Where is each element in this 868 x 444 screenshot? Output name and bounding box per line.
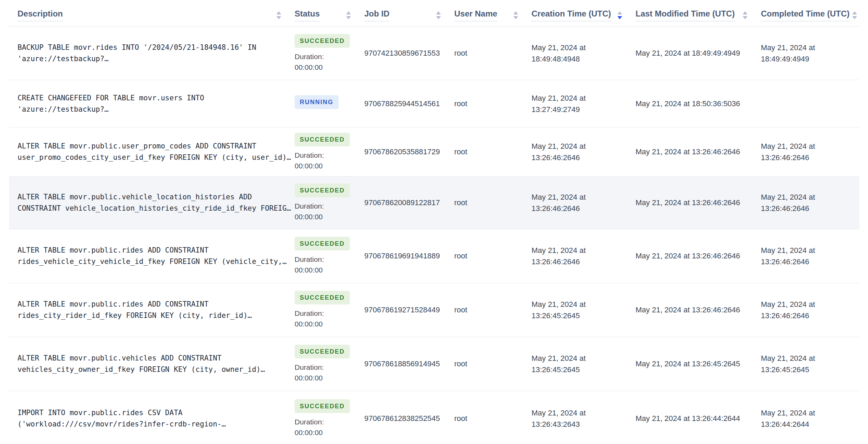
job-id-cell: 970678618856914945 (356, 337, 446, 391)
creation-time-cell: May 21, 2024 at18:49:48:4948 (523, 26, 627, 80)
table-row[interactable]: ALTER TABLE movr.public.vehicle_location… (9, 177, 859, 229)
user-name-cell: root (446, 26, 523, 80)
column-header-completed-time[interactable]: Completed Time (UTC) (752, 0, 859, 26)
status-cell: SUCCEEDED Duration:00:00:00 (286, 177, 356, 229)
column-label: User Name (454, 9, 497, 21)
completed-time-cell: May 21, 2024 at13:26:46:2646 (752, 283, 859, 337)
job-id-cell: 970742130859671553 (356, 26, 446, 80)
last-modified-time-cell: May 21, 2024 at 18:50:36:5036 (627, 80, 752, 127)
user-name-cell: root (446, 177, 523, 229)
creation-time-cell: May 21, 2024 at13:26:46:2646 (523, 127, 627, 177)
job-id-cell: 970678619691941889 (356, 229, 446, 283)
description-cell: ALTER TABLE movr.public.user_promo_codes… (9, 127, 286, 177)
jobs-table: Description Status Job ID User Name Crea… (9, 0, 859, 444)
completed-time-cell: May 21, 2024 at13:26:45:2645 (752, 337, 859, 391)
table-row[interactable]: IMPORT INTO movr.public.rides CSV DATA('… (9, 391, 859, 444)
user-name-cell: root (446, 127, 523, 177)
jobs-table-header: Description Status Job ID User Name Crea… (9, 0, 859, 26)
user-name-cell: root (446, 283, 523, 337)
creation-time-cell: May 21, 2024 at13:26:43:2643 (523, 391, 627, 444)
description-cell: ALTER TABLE movr.public.vehicle_location… (9, 177, 286, 229)
last-modified-time-cell: May 21, 2024 at 13:26:46:2646 (627, 283, 752, 337)
column-header-creation-time[interactable]: Creation Time (UTC) (523, 0, 627, 26)
duration: Duration:00:00:00 (295, 201, 351, 222)
creation-time-cell: May 21, 2024 at13:26:45:2645 (523, 283, 627, 337)
status-cell: SUCCEEDED Duration:00:00:00 (286, 26, 356, 80)
column-label: Creation Time (UTC) (532, 9, 611, 21)
table-row[interactable]: BACKUP TABLE movr.rides INTO '/2024/05/2… (9, 26, 859, 80)
status-badge: SUCCEEDED (295, 291, 350, 304)
status-cell: SUCCEEDED Duration:00:00:00 (286, 127, 356, 177)
status-badge: SUCCEEDED (295, 237, 350, 251)
job-id-cell: 970678612838252545 (356, 391, 446, 444)
description-cell: ALTER TABLE movr.public.rides ADD CONSTR… (9, 229, 286, 283)
description-cell: IMPORT INTO movr.public.rides CSV DATA('… (9, 391, 286, 444)
status-badge: SUCCEEDED (295, 184, 350, 197)
column-header-user-name[interactable]: User Name (446, 0, 523, 26)
column-label: Status (295, 9, 320, 21)
column-header-description[interactable]: Description (9, 0, 286, 26)
table-row[interactable]: ALTER TABLE movr.public.rides ADD CONSTR… (9, 283, 859, 337)
column-label: Description (18, 9, 63, 21)
last-modified-time-cell: May 21, 2024 at 13:26:45:2645 (627, 337, 752, 391)
sort-icon[interactable] (346, 11, 351, 19)
job-id-cell: 970678620535881729 (356, 127, 446, 177)
duration: Duration:00:00:00 (295, 417, 351, 438)
sort-asc-arrow (513, 11, 518, 14)
table-row[interactable]: CREATE CHANGEFEED FOR TABLE movr.users I… (9, 80, 859, 127)
creation-time-cell: May 21, 2024 at13:27:49:2749 (523, 80, 627, 127)
sort-icon-active[interactable] (617, 11, 622, 19)
column-header-job-id[interactable]: Job ID (356, 0, 446, 26)
sort-desc-arrow (743, 16, 747, 19)
status-cell: SUCCEEDED Duration:00:00:00 (286, 229, 356, 283)
completed-time-cell: May 21, 2024 at18:49:49:4949 (752, 26, 859, 80)
completed-time-cell: May 21, 2024 at13:26:46:2646 (752, 177, 859, 229)
column-header-status[interactable]: Status (286, 0, 356, 26)
sort-asc-arrow (436, 11, 441, 14)
user-name-cell: root (446, 337, 523, 391)
sort-icon[interactable] (852, 11, 857, 19)
status-cell: RUNNING (286, 80, 356, 127)
status-badge: SUCCEEDED (295, 34, 350, 48)
table-row[interactable]: ALTER TABLE movr.public.rides ADD CONSTR… (9, 229, 859, 283)
last-modified-time-cell: May 21, 2024 at 13:26:46:2646 (627, 127, 752, 177)
column-label: Completed Time (UTC) (761, 9, 849, 21)
sort-desc-arrow (276, 16, 281, 19)
status-badge: SUCCEEDED (295, 133, 350, 146)
job-id-cell: 970678825944514561 (356, 80, 446, 127)
column-label: Last Modified Time (UTC) (636, 9, 735, 21)
sort-icon[interactable] (513, 11, 518, 19)
description-cell: BACKUP TABLE movr.rides INTO '/2024/05/2… (9, 26, 286, 80)
completed-time-cell (752, 80, 859, 127)
duration: Duration:00:00:00 (295, 362, 351, 383)
last-modified-time-cell: May 21, 2024 at 13:26:44:2644 (627, 391, 752, 444)
status-badge: SUCCEEDED (295, 345, 350, 358)
column-header-last-modified-time[interactable]: Last Modified Time (UTC) (627, 0, 752, 26)
sort-icon[interactable] (743, 11, 747, 19)
duration: Duration:00:00:00 (295, 150, 351, 171)
sort-asc-arrow (617, 11, 622, 14)
status-badge: RUNNING (295, 95, 339, 109)
description-cell: ALTER TABLE movr.public.vehicles ADD CON… (9, 337, 286, 391)
duration: Duration:00:00:00 (295, 254, 351, 275)
table-row[interactable]: ALTER TABLE movr.public.vehicles ADD CON… (9, 337, 859, 391)
completed-time-cell: May 21, 2024 at13:26:46:2646 (752, 229, 859, 283)
creation-time-cell: May 21, 2024 at13:26:46:2646 (523, 177, 627, 229)
sort-desc-arrow (513, 16, 518, 19)
duration: Duration:00:00:00 (295, 51, 351, 73)
description-cell: CREATE CHANGEFEED FOR TABLE movr.users I… (9, 80, 286, 127)
user-name-cell: root (446, 229, 523, 283)
completed-time-cell: May 21, 2024 at13:26:46:2646 (752, 127, 859, 177)
table-row[interactable]: ALTER TABLE movr.public.user_promo_codes… (9, 127, 859, 177)
last-modified-time-cell: May 21, 2024 at 13:26:46:2646 (627, 177, 752, 229)
status-cell: SUCCEEDED Duration:00:00:00 (286, 283, 356, 337)
status-cell: SUCCEEDED Duration:00:00:00 (286, 391, 356, 444)
creation-time-cell: May 21, 2024 at13:26:45:2645 (523, 337, 627, 391)
sort-icon[interactable] (436, 11, 441, 19)
jobs-table-container: Description Status Job ID User Name Crea… (0, 0, 868, 444)
sort-asc-arrow (346, 11, 351, 14)
sort-icon[interactable] (276, 11, 281, 19)
duration: Duration:00:00:00 (295, 308, 351, 329)
status-badge: SUCCEEDED (295, 399, 350, 413)
sort-desc-arrow (346, 16, 351, 19)
